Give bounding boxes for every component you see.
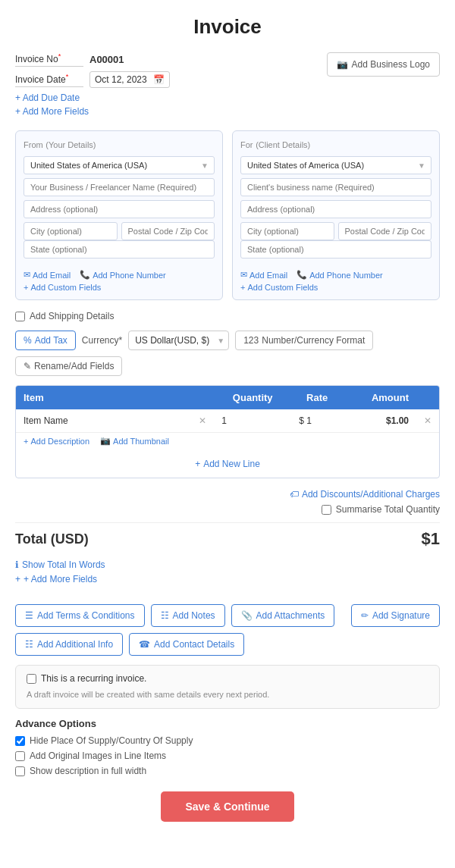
- number-format-button[interactable]: 123 Number/Currency Format: [235, 331, 373, 350]
- for-address-input[interactable]: [240, 200, 431, 218]
- from-add-phone-link[interactable]: 📞 Add Phone Number: [80, 270, 166, 280]
- remove-item-icon[interactable]: ✕: [424, 415, 431, 426]
- image-icon: 📷: [337, 59, 348, 70]
- total-amount: $1: [422, 529, 440, 549]
- for-add-email-link[interactable]: ✉ Add Email: [240, 270, 287, 280]
- notes-button[interactable]: ☷ Add Notes: [151, 604, 225, 627]
- percent-icon: %: [24, 335, 32, 346]
- add-tax-button[interactable]: % Add Tax: [15, 331, 76, 350]
- for-state-input[interactable]: [240, 240, 431, 259]
- rename-fields-button[interactable]: ✎ Rename/Add Fields: [15, 356, 122, 376]
- currency-label: Currency*: [82, 335, 122, 346]
- shipping-checkbox[interactable]: [15, 312, 25, 321]
- recurring-checkbox[interactable]: [27, 674, 36, 684]
- for-city-input[interactable]: [240, 222, 334, 240]
- add-description-link[interactable]: + Add Description: [24, 436, 89, 446]
- for-postal-input[interactable]: [338, 222, 432, 240]
- summarise-checkbox[interactable]: [322, 505, 331, 515]
- from-add-custom-link[interactable]: + Add Custom Fields: [24, 283, 215, 292]
- original-images-checkbox[interactable]: [15, 751, 25, 761]
- for-name-input[interactable]: [240, 178, 431, 196]
- invoice-no-value: A00001: [89, 54, 124, 65]
- item-rate-cell: $ 1: [291, 409, 343, 433]
- calendar-icon: 📅: [153, 74, 165, 85]
- for-country-select[interactable]: United States of America (USA): [240, 156, 431, 174]
- add-more-total-fields-link[interactable]: + + Add More Fields: [15, 574, 440, 584]
- toolbar: % Add Tax Currency* US Dollar(USD, $) ▼ …: [15, 331, 440, 376]
- col-rate: Rate: [291, 386, 343, 409]
- info-icon: ℹ: [15, 559, 19, 570]
- summarise-label: Summarise Total Quantity: [336, 504, 440, 515]
- add-new-line-row: + Add New Line: [16, 449, 439, 478]
- shipping-label: Add Shipping Details: [30, 311, 114, 321]
- add-discounts-link[interactable]: 🏷 Add Discounts/Additional Charges: [290, 489, 440, 500]
- for-add-custom-link[interactable]: + Add Custom Fields: [240, 283, 431, 292]
- recurring-box: This is a recurring invoice. A draft inv…: [15, 665, 440, 709]
- plus-icon: +: [195, 459, 200, 469]
- save-btn-row: Save & Continue: [15, 791, 440, 837]
- item-name-input[interactable]: [24, 415, 194, 426]
- page-title: Invoice: [15, 15, 440, 39]
- contact-details-button[interactable]: ☎ Add Contact Details: [129, 633, 244, 656]
- from-country-wrapper[interactable]: United States of America (USA) ▼: [24, 156, 215, 174]
- advance-section: Advance Options Hide Place Of Supply/Cou…: [15, 718, 440, 776]
- add-due-date-link[interactable]: + Add Due Date: [15, 92, 327, 103]
- add-thumbnail-link[interactable]: 📷 Add Thumbnail: [100, 436, 169, 446]
- edit-icon: ✎: [24, 361, 31, 371]
- table-row: ✕ $ 1 $1.00 ✕: [16, 409, 439, 433]
- col-item: Item: [16, 386, 214, 409]
- terms-button[interactable]: ☰ Add Terms & Conditions: [15, 604, 145, 627]
- hide-supply-checkbox[interactable]: [15, 736, 25, 746]
- bottom-actions: ☰ Add Terms & Conditions ☷ Add Notes 📎 A…: [15, 604, 440, 656]
- add-more-fields-link[interactable]: + Add More Fields: [15, 106, 327, 117]
- items-table-wrapper: Item Quantity Rate Amount ✕: [15, 385, 440, 478]
- option-row-2: Add Original Images in Line Items: [15, 750, 440, 761]
- from-add-email-link[interactable]: ✉ Add Email: [24, 270, 71, 280]
- tag-icon: 🏷: [290, 489, 299, 500]
- add-new-line-button[interactable]: + Add New Line: [195, 459, 260, 469]
- signature-button[interactable]: ✏ Add Signature: [351, 604, 440, 627]
- for-header: For (Client Details): [240, 139, 431, 150]
- pen-icon: ✏: [361, 610, 369, 621]
- item-qty-input[interactable]: [221, 415, 244, 426]
- items-table: Item Quantity Rate Amount ✕: [16, 386, 439, 478]
- description-icon: +: [24, 437, 28, 446]
- format-icon: 123: [243, 335, 259, 346]
- from-postal-input[interactable]: [121, 222, 215, 240]
- recurring-desc: A draft invoice will be created with sam…: [27, 690, 269, 699]
- from-state-input[interactable]: [24, 240, 215, 259]
- for-add-phone-link[interactable]: 📞 Add Phone Number: [297, 270, 383, 280]
- add-logo-button[interactable]: 📷 Add Business Logo: [327, 52, 440, 77]
- advance-title: Advance Options: [15, 718, 440, 729]
- total-options: ℹ Show Total In Words + + Add More Field…: [15, 559, 440, 584]
- from-address-input[interactable]: [24, 200, 215, 218]
- item-qty-cell: [214, 409, 291, 433]
- from-city-input[interactable]: [24, 222, 118, 240]
- option-row-1: Hide Place Of Supply/Country Of Supply: [15, 735, 440, 746]
- currency-select-wrapper[interactable]: US Dollar(USD, $) ▼: [128, 331, 229, 350]
- invoice-date-field[interactable]: Oct 12, 2023 📅: [89, 71, 170, 88]
- from-country-select[interactable]: United States of America (USA): [24, 156, 215, 174]
- plus-circle-icon: +: [15, 574, 20, 584]
- option-row-3: Show description in full width: [15, 766, 440, 776]
- info-icon: ☷: [25, 639, 33, 650]
- paperclip-icon: 📎: [241, 610, 253, 621]
- notes-icon: ☷: [161, 610, 169, 621]
- attachments-button[interactable]: 📎 Add Attachments: [231, 604, 335, 627]
- currency-select[interactable]: US Dollar(USD, $): [128, 331, 229, 350]
- full-width-desc-checkbox[interactable]: [15, 766, 25, 776]
- contact-icon: ☎: [139, 639, 150, 650]
- col-amount: Amount: [343, 386, 416, 409]
- additional-info-button[interactable]: ☷ Add Additional Info: [15, 633, 123, 656]
- recurring-title: This is a recurring invoice.: [41, 673, 146, 684]
- totals-section: 🏷 Add Discounts/Additional Charges Summa…: [15, 481, 440, 592]
- clear-icon[interactable]: ✕: [199, 415, 206, 426]
- from-name-input[interactable]: [24, 178, 215, 196]
- save-continue-button[interactable]: Save & Continue: [161, 791, 293, 822]
- for-section: For (Client Details) United States of Am…: [232, 130, 440, 300]
- show-words-link[interactable]: ℹ Show Total In Words: [15, 559, 440, 570]
- item-name-cell: ✕: [16, 409, 214, 433]
- item-amount-cell: $1.00: [343, 409, 416, 433]
- for-country-wrapper[interactable]: United States of America (USA) ▼: [240, 156, 431, 174]
- shipping-row: Add Shipping Details: [15, 311, 440, 321]
